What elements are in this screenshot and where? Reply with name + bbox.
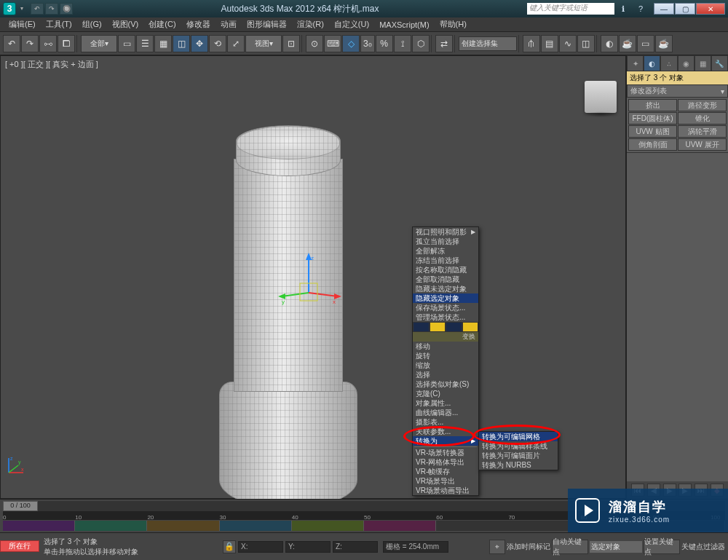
minimize-button[interactable]: ― <box>654 3 674 15</box>
render-icon[interactable]: ☕ <box>655 35 673 52</box>
coord-center-icon[interactable]: ⊡ <box>282 35 300 52</box>
tab-utility-icon[interactable]: 🔧 <box>711 55 728 71</box>
keyboard-shortcut-icon[interactable]: ⌨ <box>324 35 341 52</box>
menu-create[interactable]: 创建(C) <box>144 17 180 31</box>
viewcube[interactable] <box>585 81 617 113</box>
selset-combo[interactable]: 选定对象 <box>590 541 642 553</box>
ctx-select-similar[interactable]: 选择类似对象(S) <box>413 379 478 389</box>
menu-rendering[interactable]: 渲染(R) <box>293 17 328 31</box>
coord-x-input[interactable]: X: <box>238 541 283 553</box>
undo-icon[interactable]: ↶ <box>3 35 20 52</box>
key-filter-label[interactable]: 关键点过滤器 <box>681 542 725 552</box>
ctx-hide-unsel[interactable]: 隐藏未选定对象 <box>413 284 478 293</box>
tab-motion-icon[interactable]: ◉ <box>678 55 695 71</box>
setkey-toggle[interactable]: 设置关键点 <box>644 540 680 554</box>
undo-button[interactable]: ↶ <box>31 3 44 15</box>
coord-lock-icon[interactable]: 🔒 <box>223 540 236 553</box>
add-time-tag[interactable]: 添加时间标记 <box>507 542 550 552</box>
unlink-icon[interactable]: ⧠ <box>58 35 75 52</box>
mod-uvwmap[interactable]: UVW 贴图 <box>628 125 677 138</box>
link-icon[interactable]: ⧟ <box>39 35 57 52</box>
tab-modify-icon[interactable]: ◐ <box>644 55 660 71</box>
mod-turbosmooth[interactable]: 涡轮平滑 <box>678 125 727 138</box>
menu-customize[interactable]: 自定义(U) <box>330 17 373 31</box>
edged-icon[interactable]: ⬡ <box>412 35 430 52</box>
named-selection-sets[interactable]: 创建选择集 <box>459 36 517 51</box>
ctx-clone[interactable]: 克隆(C) <box>413 389 478 398</box>
menu-grapheditors[interactable]: 图形编辑器 <box>242 17 291 31</box>
ctx-conv-nurbs[interactable]: 转换为 NURBS <box>479 460 558 470</box>
refcoord-dropdown[interactable]: 视图▾ <box>245 35 282 52</box>
menu-modifiers[interactable]: 修改器 <box>182 17 215 31</box>
ctx-hide-sel[interactable]: 隐藏选定对象 <box>413 293 478 303</box>
material-editor-icon[interactable]: ◐ <box>601 35 618 52</box>
window-crossing-icon[interactable]: ◫ <box>173 35 190 52</box>
ctx-conv-editable-patch[interactable]: 转换为可编辑面片 <box>479 451 558 460</box>
mod-bevelprofile[interactable]: 倒角剖面 <box>628 138 677 151</box>
snaps-toggle-icon[interactable]: ◇ <box>342 35 360 52</box>
tab-hierarchy-icon[interactable]: ⛬ <box>660 55 677 71</box>
mod-uvwunwrap[interactable]: UVW 展开 <box>678 138 727 151</box>
mod-ffdcyl[interactable]: FFD(圆柱体) <box>628 112 677 125</box>
curve-editor-icon[interactable]: ∿ <box>559 35 577 52</box>
select-scale-icon[interactable]: ⤢ <box>227 35 245 52</box>
help-icon[interactable]: ? <box>632 0 649 17</box>
tab-create-icon[interactable]: ✦ <box>627 55 644 71</box>
select-region-icon[interactable]: ▦ <box>154 35 172 52</box>
menu-group[interactable]: 组(G) <box>78 17 106 31</box>
viewport[interactable]: [ +0 ][ 正交 ][ 真实 + 边面 ] z x y z x y <box>0 55 626 499</box>
redo-icon[interactable]: ↷ <box>21 35 39 52</box>
menu-maxscript[interactable]: MAXScript(M) <box>375 19 433 31</box>
select-icon[interactable]: ▭ <box>118 35 135 52</box>
time-tag-icon[interactable]: ⌖ <box>489 540 505 554</box>
select-name-icon[interactable]: ☰ <box>136 35 154 52</box>
time-slider-knob[interactable]: 0 / 100 <box>3 501 38 511</box>
select-rotate-icon[interactable]: ⟲ <box>209 35 226 52</box>
tab-display-icon[interactable]: ▦ <box>695 55 711 71</box>
menu-animation[interactable]: 动画 <box>216 17 241 31</box>
mod-extrude[interactable]: 挤出 <box>628 99 677 111</box>
ctx-vray-mesh-export[interactable]: VR-网格体导出 <box>413 457 478 467</box>
ctx-conv-editable-mesh[interactable]: 转换为可编辑网格 <box>479 432 558 441</box>
ctx-vray-framebuffer[interactable]: VR-帧缓存 <box>413 467 478 476</box>
qat-button[interactable]: 🔘 <box>60 3 73 15</box>
ctx-obj-props[interactable]: 对象属性... <box>413 398 478 408</box>
menu-tools[interactable]: 工具(T) <box>41 17 76 31</box>
close-button[interactable]: ✕ <box>696 3 725 15</box>
render-setup-icon[interactable]: ☕ <box>619 35 636 52</box>
model[interactable] <box>205 125 372 515</box>
ctx-viewport-lighting[interactable]: 视口照明和阴影▶ <box>413 227 478 237</box>
coord-y-input[interactable]: Y: <box>285 541 331 553</box>
mirror-icon[interactable]: ⇄ <box>435 35 453 52</box>
ctx-conv-editable-spline[interactable]: 转换为可编辑样条线 <box>479 441 558 451</box>
layers-icon[interactable]: ▤ <box>541 35 558 52</box>
mod-taper[interactable]: 锥化 <box>678 112 727 125</box>
menu-help[interactable]: 帮助(H) <box>435 17 471 31</box>
selection-filter[interactable]: 全部▾ <box>81 35 117 52</box>
ctx-vray-scene-export[interactable]: VR场景导出 <box>413 476 478 486</box>
align-icon[interactable]: ⫛ <box>523 35 540 52</box>
viewport-label[interactable]: [ +0 ][ 正交 ][ 真实 + 边面 ] <box>5 59 98 70</box>
ctx-vray-anim-export[interactable]: VR场景动画导出 <box>413 486 478 495</box>
ctx-convert-to[interactable]: 转换为▶ <box>413 436 478 446</box>
ctx-manage-scene-state[interactable]: 管理场景状态... <box>413 312 478 322</box>
ctx-dope-sheet[interactable]: 摄影表... <box>413 417 478 427</box>
ctx-unhide-all[interactable]: 全部取消隐藏 <box>413 275 478 284</box>
schematic-icon[interactable]: ◫ <box>577 35 595 52</box>
app-logo[interactable]: 3 <box>3 2 16 15</box>
autokey-toggle[interactable]: 自动关键点 <box>552 540 588 554</box>
ctx-vray-scene-conv[interactable]: VR-场景转换器 <box>413 448 478 457</box>
select-move-icon[interactable]: ✥ <box>191 35 208 52</box>
ctx-rotate[interactable]: 旋转 <box>413 351 478 360</box>
ctx-curve-editor[interactable]: 曲线编辑器... <box>413 408 478 417</box>
ctx-select[interactable]: 选择 <box>413 370 478 379</box>
coord-z-input[interactable]: Z: <box>333 541 378 553</box>
angle-snap-icon[interactable]: 3₀ <box>360 35 375 52</box>
spinner-snap-icon[interactable]: ⟟ <box>394 35 411 52</box>
ctx-save-scene-state[interactable]: 保存场景状态... <box>413 303 478 312</box>
menu-view[interactable]: 视图(V) <box>108 17 143 31</box>
menu-edit[interactable]: 编辑(E) <box>4 17 40 31</box>
mod-pathdeform[interactable]: 路径变形 <box>678 99 727 111</box>
render-frame-icon[interactable]: ▭ <box>637 35 654 52</box>
infocenter-search[interactable]: 键入关键字或短语 <box>527 3 614 15</box>
